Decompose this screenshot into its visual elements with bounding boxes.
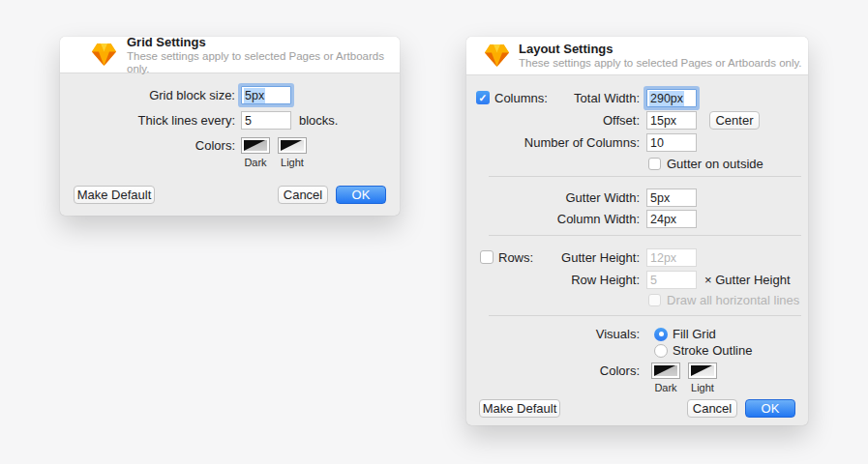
visuals-stroke-outline-row: Stroke Outline [466,341,808,360]
desktop-background: { "page": { "background": "#f6f6f7" }, "… [0,0,868,464]
gutter-outside-row: Gutter on outside [466,155,808,173]
number-of-columns-label: Number of Columns: [466,133,640,152]
layout-dialog-title: Layout Settings [519,42,802,56]
stroke-outline-radio[interactable] [654,344,668,358]
thick-lines-input[interactable] [241,111,291,130]
grid-block-size-row: Grid block size: 5px [60,86,400,104]
gutter-height-input [646,248,697,267]
gutter-width-label: Gutter Width: [466,188,640,207]
stroke-outline-label: Stroke Outline [673,343,752,358]
make-default-button[interactable]: Make Default [479,399,560,418]
grid-colors-row: Colors: Dark Light [60,137,400,168]
dark-color-swatch [654,365,677,376]
thick-lines-row: Thick lines every: blocks. [60,111,400,130]
grid-dialog-subtitle: These settings apply to selected Pages o… [127,50,400,75]
total-width-value: 290px [649,91,684,106]
offset-label: Offset: [466,111,640,130]
grid-settings-dialog: Grid Settings These settings apply to se… [60,37,400,216]
grid-block-size-value: 5px [244,88,265,103]
gutter-height-row: Gutter Height: [466,248,808,267]
dark-color-caption: Dark [244,157,266,168]
gutter-outside-label: Gutter on outside [667,157,763,171]
make-default-button[interactable]: Make Default [74,186,155,204]
grid-dialog-header: Grid Settings These settings apply to se… [60,37,400,73]
total-width-label: Total Width: [466,89,640,107]
light-color-swatch [691,365,714,376]
dark-color-caption: Dark [654,382,676,393]
draw-horizontal-lines-label: Draw all horizontal lines [667,293,799,307]
sketch-logo-icon [92,44,116,66]
light-color-well[interactable] [278,137,307,154]
grid-colors-label: Colors: [60,137,235,154]
dark-color-well[interactable] [241,137,270,154]
layout-dialog-header: Layout Settings These settings apply to … [466,37,808,75]
number-of-columns-input[interactable] [646,133,697,152]
layout-dialog-subtitle: These settings apply to selected Pages o… [519,57,802,70]
layout-settings-dialog: Layout Settings These settings apply to … [466,37,808,425]
light-color-caption: Light [691,382,714,393]
light-color-caption: Light [281,157,304,168]
blocks-suffix: blocks. [299,113,338,128]
dark-color-column: Dark [241,137,270,168]
thick-lines-label: Thick lines every: [60,111,235,130]
layout-colors-row: Colors: Dark Light [466,362,808,393]
ok-button[interactable]: OK [745,399,795,418]
total-width-row: Total Width: 290px [466,89,808,107]
total-width-input[interactable]: 290px [646,89,697,107]
light-color-column: Light [278,137,307,168]
draw-horizontal-lines-checkbox [648,294,661,306]
row-height-input [646,271,697,289]
grid-dialog-header-text: Grid Settings These settings apply to se… [127,37,400,75]
offset-row: Offset: Center [466,111,808,130]
sketch-logo-icon [485,44,509,67]
light-color-well[interactable] [688,362,717,379]
gutter-width-input[interactable] [646,188,697,207]
number-of-columns-row: Number of Columns: [466,133,808,152]
separator [489,315,801,316]
fill-grid-label: Fill Grid [673,327,716,341]
gutter-height-multiplier-suffix: × Gutter Height [704,273,791,287]
gutter-outside-checkbox[interactable] [648,158,661,170]
light-color-swatch [281,140,304,151]
separator [489,176,801,177]
column-width-label: Column Width: [466,210,640,228]
column-width-input[interactable] [646,210,697,228]
ok-button[interactable]: OK [336,186,386,204]
cancel-button[interactable]: Cancel [687,399,737,418]
gutter-height-label: Gutter Height: [466,248,640,267]
center-button[interactable]: Center [709,111,760,130]
draw-lines-row: Draw all horizontal lines [466,291,808,309]
offset-input[interactable] [646,111,697,130]
row-height-row: Row Height: × Gutter Height [466,271,808,289]
separator [489,235,801,236]
layout-dialog-header-text: Layout Settings These settings apply to … [519,42,802,70]
cancel-button[interactable]: Cancel [278,186,328,204]
dark-color-swatch [244,140,267,151]
dark-color-well[interactable] [651,362,680,379]
layout-colors-label: Colors: [466,362,640,379]
row-height-label: Row Height: [466,271,640,289]
grid-block-size-label: Grid block size: [60,86,235,104]
light-color-column: Light [688,362,717,393]
column-width-row: Column Width: [466,210,808,228]
grid-block-size-input[interactable]: 5px [241,86,291,104]
fill-grid-radio[interactable] [654,328,668,341]
gutter-width-row: Gutter Width: [466,188,808,207]
dark-color-column: Dark [651,362,680,393]
grid-dialog-title: Grid Settings [127,37,400,49]
